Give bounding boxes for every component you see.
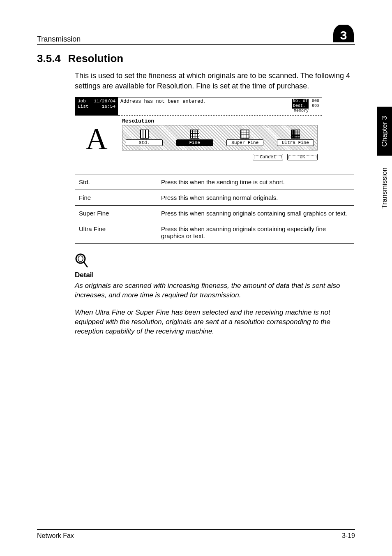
side-tabs: Chapter 3 Transmission	[377, 107, 392, 218]
dest-label: No. ofDest.	[292, 99, 309, 109]
panel-title: Resolution	[122, 118, 318, 124]
fine-icon	[190, 130, 199, 139]
detail-paragraph-2: When Ultra Fine or Super Fine has been s…	[37, 308, 355, 336]
svg-line-3	[84, 262, 88, 267]
ok-button[interactable]: OK	[287, 154, 318, 160]
row-key: Fine	[75, 190, 157, 205]
std-icon	[140, 130, 149, 139]
super-fine-icon	[240, 130, 249, 139]
magnifier-icon	[75, 253, 355, 270]
job-date: 11/26/04	[94, 99, 115, 104]
job-label-2: List	[78, 104, 88, 109]
row-val: Press this when scanning normal original…	[157, 190, 354, 205]
cancel-button[interactable]: Cancel	[253, 154, 283, 160]
row-val: Press this when scanning originals conta…	[157, 221, 354, 243]
table-row: Fine Press this when scanning normal ori…	[75, 190, 354, 205]
table-row: Std. Press this when the sending time is…	[75, 174, 354, 190]
heading: 3.5.4Resolution	[37, 52, 355, 65]
row-val: Press this when the sending time is cut …	[157, 174, 354, 190]
ultra-fine-icon	[291, 130, 300, 139]
memory-label: Memory	[294, 109, 309, 114]
fine-button[interactable]: Fine	[176, 139, 213, 146]
intro-paragraph: This is used to set the fineness at whic…	[37, 71, 355, 91]
row-val: Press this when scanning originals conta…	[157, 205, 354, 221]
memory-percent: 99%	[312, 104, 319, 109]
status-message: Address has not been entered.	[120, 99, 206, 114]
std-button[interactable]: Std.	[126, 139, 163, 146]
job-label-1: Job	[78, 99, 88, 104]
row-key: Ultra Fine	[75, 221, 157, 243]
side-tab-section: Transmission	[377, 158, 392, 218]
super-fine-button[interactable]: Super Fine	[226, 139, 263, 146]
table-row: Super Fine Press this when scanning orig…	[75, 205, 354, 221]
section-header: Transmission	[37, 35, 81, 44]
chapter-number-badge: 3	[332, 25, 355, 44]
svg-point-2	[78, 256, 83, 262]
lcd-panel: Job List 11/26/04 16:54 Address has not …	[75, 97, 322, 163]
job-time: 16:54	[102, 104, 115, 109]
table-row: Ultra Fine Press this when scanning orig…	[75, 221, 354, 243]
side-tab-chapter: Chapter 3	[377, 107, 392, 156]
detail-heading: Detail	[75, 271, 355, 279]
footer-right: 3-19	[342, 532, 355, 540]
job-list-tab[interactable]: Job List 11/26/04 16:54	[75, 97, 118, 116]
resolution-table: Std. Press this when the sending time is…	[75, 174, 354, 244]
heading-title: Resolution	[68, 52, 123, 65]
row-key: Super Fine	[75, 205, 157, 221]
detail-paragraph-1: As originals are scanned with increasing…	[37, 281, 355, 300]
row-key: Std.	[75, 174, 157, 190]
footer-left: Network Fax	[37, 532, 74, 540]
ultra-fine-button[interactable]: Ultra Fine	[277, 139, 314, 146]
dest-count: 000	[312, 99, 319, 104]
original-preview-icon: A	[75, 116, 118, 163]
heading-number: 3.5.4	[37, 52, 61, 65]
svg-text:3: 3	[340, 28, 347, 42]
